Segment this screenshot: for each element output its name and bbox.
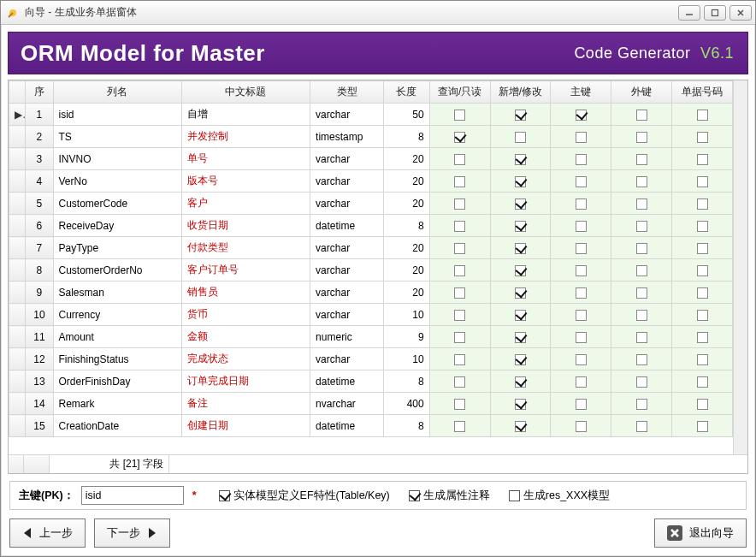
cell-name[interactable]: PayType	[53, 237, 181, 259]
table-row[interactable]: 3INVNO单号varchar20	[9, 148, 733, 170]
col-len[interactable]: 长度	[383, 81, 429, 104]
cell-name[interactable]: isid	[53, 104, 181, 126]
cell-cn[interactable]: 销售员	[181, 281, 310, 304]
table-row[interactable]: 7PayType付款类型varchar20	[9, 237, 733, 259]
cell-cn[interactable]: 货币	[181, 304, 310, 326]
col-marker[interactable]	[9, 81, 26, 104]
cell-query[interactable]	[429, 348, 490, 370]
col-name[interactable]: 列名	[53, 81, 181, 104]
cell-type[interactable]: numeric	[310, 326, 384, 348]
cell-query[interactable]	[429, 326, 490, 348]
close-button[interactable]	[729, 5, 752, 21]
col-query[interactable]: 查询/只读	[429, 81, 490, 104]
cell-pk[interactable]	[551, 170, 611, 193]
cell-len[interactable]: 20	[383, 170, 429, 193]
cell-docno[interactable]	[672, 348, 733, 370]
cell-fk[interactable]	[611, 281, 672, 304]
table-row[interactable]: 15CreationDate创建日期datetime8	[9, 415, 733, 437]
cell-cn[interactable]: 完成状态	[181, 348, 310, 370]
cell-docno[interactable]	[672, 415, 733, 437]
cell-addmod[interactable]	[490, 126, 551, 148]
col-cn[interactable]: 中文标题	[181, 81, 310, 104]
col-pk[interactable]: 主键	[551, 81, 611, 104]
cell-query[interactable]	[429, 215, 490, 237]
col-seq[interactable]: 序	[26, 81, 53, 104]
cell-fk[interactable]	[611, 370, 672, 393]
cell-name[interactable]: CustomerOrderNo	[53, 259, 181, 281]
cell-query[interactable]	[429, 370, 490, 393]
cell-cn[interactable]: 客户	[181, 193, 310, 215]
cell-type[interactable]: timestamp	[310, 126, 384, 148]
cell-pk[interactable]	[551, 348, 611, 370]
opt-property-comments[interactable]: 生成属性注释	[409, 489, 490, 503]
cell-pk[interactable]	[551, 215, 611, 237]
cell-type[interactable]: varchar	[310, 281, 384, 304]
cell-name[interactable]: Salesman	[53, 281, 181, 304]
cell-name[interactable]: VerNo	[53, 170, 181, 193]
cell-docno[interactable]	[672, 193, 733, 215]
cell-cn[interactable]: 并发控制	[181, 126, 310, 148]
cell-pk[interactable]	[551, 326, 611, 348]
cell-docno[interactable]	[672, 237, 733, 259]
cell-name[interactable]: OrderFinishDay	[53, 370, 181, 393]
col-type[interactable]: 类型	[310, 81, 384, 104]
table-row[interactable]: 5CustomerCode客户varchar20	[9, 193, 733, 215]
cell-query[interactable]	[429, 259, 490, 281]
cell-type[interactable]: varchar	[310, 304, 384, 326]
cell-pk[interactable]	[551, 393, 611, 415]
table-row[interactable]: 6ReceiveDay收货日期datetime8	[9, 215, 733, 237]
cell-addmod[interactable]	[490, 193, 551, 215]
cell-len[interactable]: 50	[383, 104, 429, 126]
cell-type[interactable]: varchar	[310, 170, 384, 193]
vertical-scrollbar[interactable]	[733, 80, 747, 454]
cell-len[interactable]: 8	[383, 370, 429, 393]
cell-len[interactable]: 20	[383, 193, 429, 215]
cell-query[interactable]	[429, 304, 490, 326]
cell-addmod[interactable]	[490, 104, 551, 126]
cell-fk[interactable]	[611, 148, 672, 170]
cell-pk[interactable]	[551, 148, 611, 170]
cell-addmod[interactable]	[490, 415, 551, 437]
cell-cn[interactable]: 备注	[181, 393, 310, 415]
cell-pk[interactable]	[551, 104, 611, 126]
table-row[interactable]: 8CustomerOrderNo客户订单号varchar20	[9, 259, 733, 281]
cell-docno[interactable]	[672, 126, 733, 148]
cell-name[interactable]: TS	[53, 126, 181, 148]
cell-docno[interactable]	[672, 393, 733, 415]
cell-fk[interactable]	[611, 415, 672, 437]
cell-len[interactable]: 20	[383, 259, 429, 281]
cell-fk[interactable]	[611, 237, 672, 259]
cell-fk[interactable]	[611, 104, 672, 126]
cell-type[interactable]: nvarchar	[310, 393, 384, 415]
cell-docno[interactable]	[672, 304, 733, 326]
table-row[interactable]: 13OrderFinishDay订单完成日期datetime8	[9, 370, 733, 393]
cell-pk[interactable]	[551, 415, 611, 437]
table-row[interactable]: ▶1isid自增varchar50	[9, 104, 733, 126]
next-button[interactable]: 下一步	[94, 518, 170, 548]
cell-type[interactable]: varchar	[310, 348, 384, 370]
cell-docno[interactable]	[672, 104, 733, 126]
cell-len[interactable]: 20	[383, 237, 429, 259]
cell-cn[interactable]: 版本号	[181, 170, 310, 193]
cell-pk[interactable]	[551, 126, 611, 148]
cell-len[interactable]: 10	[383, 348, 429, 370]
cell-query[interactable]	[429, 104, 490, 126]
cell-addmod[interactable]	[490, 259, 551, 281]
cell-cn[interactable]: 自增	[181, 104, 310, 126]
cell-addmod[interactable]	[490, 304, 551, 326]
cell-query[interactable]	[429, 193, 490, 215]
cell-len[interactable]: 10	[383, 304, 429, 326]
cell-len[interactable]: 8	[383, 126, 429, 148]
col-addmod[interactable]: 新增/修改	[490, 81, 551, 104]
cell-docno[interactable]	[672, 170, 733, 193]
minimize-button[interactable]	[678, 5, 700, 21]
cell-addmod[interactable]	[490, 348, 551, 370]
cell-cn[interactable]: 客户订单号	[181, 259, 310, 281]
cell-docno[interactable]	[672, 281, 733, 304]
cell-type[interactable]: varchar	[310, 237, 384, 259]
cell-type[interactable]: varchar	[310, 148, 384, 170]
cell-fk[interactable]	[611, 326, 672, 348]
opt-res-model[interactable]: 生成res_XXX模型	[509, 489, 610, 503]
cell-type[interactable]: datetime	[310, 370, 384, 393]
cell-fk[interactable]	[611, 304, 672, 326]
